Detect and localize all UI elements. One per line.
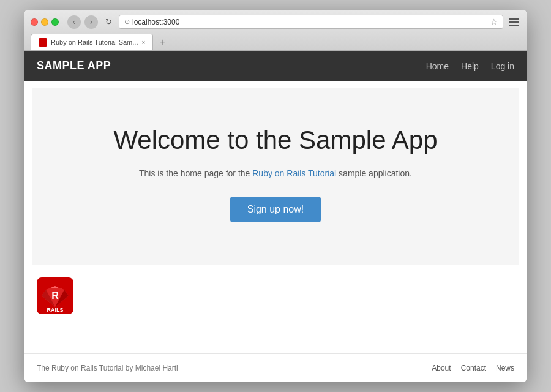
active-tab[interactable]: Ruby on Rails Tutorial Sam... × (31, 34, 153, 50)
nav-login[interactable]: Log in (491, 61, 514, 71)
footer-about[interactable]: About (432, 364, 451, 372)
reload-button[interactable]: ↻ (102, 15, 115, 29)
nav-home[interactable]: Home (426, 61, 449, 71)
url-text: localhost:3000 (132, 18, 179, 26)
app-nav-links: Home Help Log in (426, 61, 514, 71)
tab-title: Ruby on Rails Tutorial Sam... (51, 39, 138, 46)
traffic-lights (31, 18, 59, 26)
rails-logo: RAILS R (37, 277, 73, 314)
footer-links: About Contact News (432, 364, 514, 372)
browser-controls: ‹ › ↻ ⊙ localhost:3000 ☆ (31, 15, 520, 29)
minimize-button[interactable] (41, 18, 48, 26)
hero-title: Welcome to the Sample App (56, 125, 495, 156)
svg-text:R: R (51, 290, 59, 301)
footer-news[interactable]: News (496, 364, 514, 372)
tab-close-button[interactable]: × (141, 39, 145, 46)
maximize-button[interactable] (51, 18, 59, 26)
back-button[interactable]: ‹ (67, 15, 81, 29)
rails-logo-area: RAILS R (24, 273, 527, 317)
browser-window: ‹ › ↻ ⊙ localhost:3000 ☆ Ruby on Rails T… (24, 10, 527, 382)
browser-titlebar: ‹ › ↻ ⊙ localhost:3000 ☆ Ruby on Rails T… (24, 10, 527, 51)
bookmark-icon[interactable]: ☆ (490, 17, 498, 26)
subtitle-after: sample application. (336, 168, 412, 178)
address-bar[interactable]: ⊙ localhost:3000 ☆ (119, 15, 503, 29)
new-tab-button[interactable]: + (154, 34, 170, 50)
rails-tutorial-link[interactable]: Ruby on Rails Tutorial (252, 168, 336, 178)
hero-section: Welcome to the Sample App This is the ho… (32, 88, 519, 265)
footer-credit: The Ruby on Rails Tutorial by Michael Ha… (37, 364, 178, 372)
nav-help[interactable]: Help (461, 61, 479, 71)
app-navbar: SAMPLE APP Home Help Log in (24, 51, 527, 81)
close-button[interactable] (31, 18, 38, 26)
subtitle-before: This is the home page for the (139, 168, 252, 178)
tabs-bar: Ruby on Rails Tutorial Sam... × + (31, 34, 520, 50)
footer-contact[interactable]: Contact (461, 364, 486, 372)
hamburger-icon (509, 18, 519, 26)
signup-button[interactable]: Sign up now! (230, 197, 321, 222)
app-brand: SAMPLE APP (37, 59, 111, 72)
forward-button[interactable]: › (84, 15, 98, 29)
lock-icon: ⊙ (124, 18, 130, 26)
menu-button[interactable] (507, 15, 520, 29)
svg-text:RAILS: RAILS (47, 307, 64, 313)
hero-subtitle: This is the home page for the Ruby on Ra… (56, 168, 495, 178)
app-footer: The Ruby on Rails Tutorial by Michael Ha… (24, 353, 527, 382)
tab-favicon (39, 38, 47, 47)
